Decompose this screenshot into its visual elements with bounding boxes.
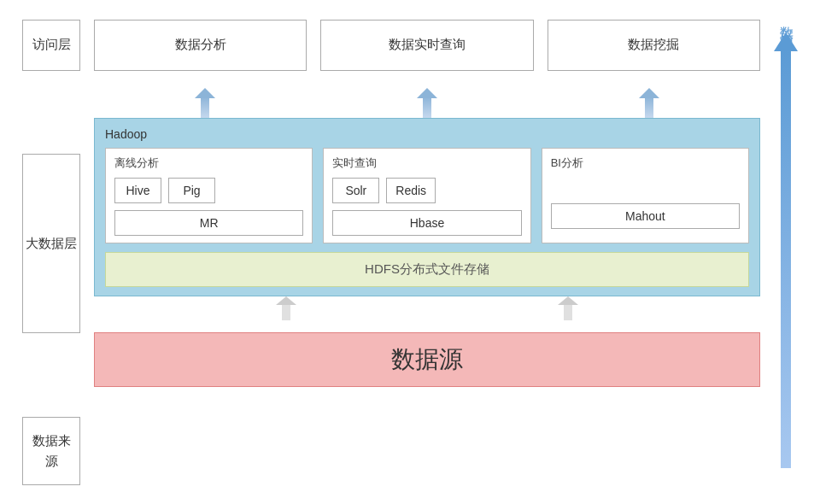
access-layer-label: 访问层 — [22, 20, 80, 71]
arrow-col-1 — [94, 88, 316, 118]
svg-rect-0 — [781, 50, 791, 468]
arrow-up-1 — [195, 88, 215, 118]
right-arrow-container: 数据流 — [769, 11, 803, 494]
svg-rect-2 — [201, 97, 209, 118]
redis-box: Redis — [386, 178, 436, 203]
offline-analysis-content: Hive Pig MR — [114, 178, 303, 236]
data-mining-box: 数据挖掘 — [548, 20, 760, 71]
mr-box: MR — [114, 210, 303, 236]
mahout-box: Mahout — [551, 203, 740, 229]
main-content: 数据分析 数据实时查询 数据挖掘 — [94, 20, 760, 485]
svg-marker-3 — [195, 88, 215, 98]
svg-marker-5 — [417, 88, 437, 98]
svg-rect-4 — [423, 97, 431, 118]
arrow-col-3 — [538, 88, 760, 118]
svg-marker-9 — [276, 296, 296, 305]
offline-analysis-title: 离线分析 — [114, 155, 303, 171]
svg-marker-1 — [774, 32, 798, 51]
hbase-box: Hbase — [332, 210, 521, 236]
bi-row2: Mahout — [551, 203, 740, 229]
hive-box: Hive — [114, 178, 161, 203]
data-source-box: 数据源 — [94, 332, 760, 387]
data-flow-label: 数据流 — [777, 15, 795, 26]
hadoop-label: Hadoop — [105, 127, 749, 141]
arrow-up-3 — [639, 88, 659, 118]
bi-analysis-panel: BI分析 Mahout — [542, 148, 749, 243]
arrows-from-source — [94, 296, 760, 320]
realtime-row1: Solr Redis — [332, 178, 521, 203]
bigdata-layer-label: 大数据层 — [22, 154, 80, 333]
pig-box: Pig — [168, 178, 215, 203]
arrows-to-access — [94, 88, 760, 118]
svg-rect-10 — [564, 303, 572, 320]
svg-rect-6 — [645, 97, 653, 118]
realtime-query-title: 实时查询 — [332, 155, 521, 171]
realtime-query-content: Solr Redis Hbase — [332, 178, 521, 236]
data-flow-arrow — [774, 32, 798, 494]
svg-rect-8 — [282, 303, 290, 320]
offline-row1: Hive Pig — [114, 178, 303, 203]
access-layer-boxes: 数据分析 数据实时查询 数据挖掘 — [94, 20, 760, 71]
realtime-query-panel: 实时查询 Solr Redis Hbase — [323, 148, 530, 243]
arrow-col-2 — [316, 88, 538, 118]
inner-panels: 离线分析 Hive Pig MR — [105, 148, 749, 243]
realtime-query-box: 数据实时查询 — [320, 20, 533, 71]
left-labels: 访问层 大数据层 数据来源 — [17, 11, 85, 494]
offline-analysis-panel: 离线分析 Hive Pig MR — [105, 148, 313, 243]
hadoop-container: Hadoop 离线分析 Hive Pig — [94, 118, 760, 296]
data-analysis-box: 数据分析 — [94, 20, 307, 71]
arrow-up-2 — [417, 88, 437, 118]
realtime-row2: Hbase — [332, 210, 521, 236]
arrow-src-col-2 — [427, 296, 709, 320]
bi-analysis-content: Mahout — [551, 178, 740, 229]
arrow-src-up-2 — [558, 296, 578, 320]
arrow-src-col-1 — [145, 296, 427, 320]
svg-marker-7 — [639, 88, 659, 98]
arrow-src-up-1 — [276, 296, 296, 320]
hdfs-bar: HDFS分布式文件存储 — [105, 252, 749, 287]
bi-analysis-title: BI分析 — [551, 155, 740, 171]
diagram-container: 访问层 大数据层 数据来源 数据流 数据分 — [17, 11, 803, 494]
offline-row2: MR — [114, 210, 303, 236]
solr-box: Solr — [332, 178, 379, 203]
data-source-layer-label: 数据来源 — [22, 417, 80, 485]
svg-marker-11 — [558, 296, 578, 305]
